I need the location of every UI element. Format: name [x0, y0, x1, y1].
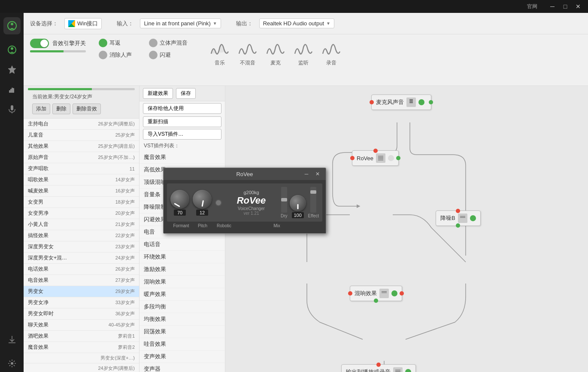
save-effect-button[interactable]: 保存	[176, 88, 196, 99]
output-node-status	[405, 369, 411, 372]
rovee-close-button[interactable]: ✕	[314, 170, 321, 178]
preset-item-21[interactable]: 男变女(深度+…)	[24, 353, 139, 363]
noise-cancel-dot	[99, 51, 107, 59]
preset-item-1[interactable]: 儿童音25岁女声	[24, 130, 139, 141]
mix-knob[interactable]	[290, 195, 306, 211]
sidebar-logo[interactable]	[3, 17, 21, 34]
preset-item-2[interactable]: 其他效果25岁女声(调音后)	[24, 141, 139, 152]
close-button[interactable]: ✕	[572, 0, 585, 13]
mix-node[interactable]: 混响效果	[350, 286, 402, 301]
rovee-titlebar: RoVee ─ ✕	[164, 168, 326, 180]
noise-cancel-toggle[interactable]: 消除人声	[99, 51, 132, 59]
svg-point-1	[11, 23, 13, 25]
preset-item-18[interactable]: 聊天效果40-45岁女声	[24, 320, 139, 331]
effect-slider[interactable]	[310, 187, 316, 213]
effect-item-17[interactable]: 变声器	[139, 363, 225, 372]
maximize-button[interactable]: □	[559, 0, 572, 13]
stereo-mix-toggle[interactable]: 立体声混音	[149, 39, 188, 47]
svg-rect-14	[409, 101, 413, 101]
new-effect-button[interactable]: 新建效果	[143, 88, 173, 99]
mix-node-status	[391, 290, 397, 296]
rovee-minimize-button[interactable]: ─	[303, 170, 310, 178]
effect-item-16[interactable]: 变声效果	[139, 351, 225, 363]
svg-rect-13	[409, 99, 413, 100]
formant-knob[interactable]	[170, 190, 189, 209]
effect-item-12[interactable]: 多段均衡	[139, 301, 225, 313]
monitor-music[interactable]: 音乐	[209, 39, 230, 67]
preset-item-10[interactable]: 搞怪效果22岁女声	[24, 230, 139, 241]
mic-node[interactable]: 麦克风声音	[371, 95, 431, 110]
rovee-node[interactable]: RoVee	[352, 150, 399, 166]
sidebar-item-star[interactable]	[3, 61, 21, 78]
effect-item-8[interactable]: 环绕效果	[139, 251, 225, 263]
delete-preset-button[interactable]: 删除	[52, 104, 70, 114]
monitor-mic[interactable]: 麦克	[265, 39, 286, 67]
sidebar-item-effects[interactable]	[3, 41, 21, 58]
preset-item-13[interactable]: 电话效果26岁女声	[24, 264, 139, 275]
save-share-button[interactable]: 保存给他人使用	[143, 103, 221, 114]
preset-item-22[interactable]: 24岁女声(调整后)	[24, 363, 139, 372]
preset-item-17[interactable]: 男变女即时36岁女声	[24, 308, 139, 320]
effect-toggle-label: 音效引擎开关	[52, 40, 86, 47]
dry-slider[interactable]	[281, 187, 287, 213]
monitor-nomix[interactable]: 不混音	[237, 39, 258, 67]
effect-item-13[interactable]: 均衡效果	[139, 313, 225, 326]
mic-node-icon	[406, 98, 416, 107]
delete-effect-button[interactable]: 删除音效	[73, 104, 101, 114]
monitor-record[interactable]: 录音	[321, 39, 342, 67]
effect-item-0[interactable]: 魔音效果	[139, 151, 225, 164]
preset-item-4[interactable]: 变声唱歌11	[24, 163, 139, 174]
preset-item-3[interactable]: 原始声音25岁女声(不加…)	[24, 152, 139, 163]
output-selector[interactable]: Realtek HD Audio output ▼	[259, 18, 334, 28]
sidebar-item-settings[interactable]	[3, 355, 21, 372]
import-vst-button[interactable]: 导入VST插件…	[143, 129, 221, 140]
effect-item-7[interactable]: 电话音	[139, 238, 225, 251]
rovee-version: ver 1.21	[227, 211, 275, 216]
effect-item-11[interactable]: 暖声效果	[139, 288, 225, 301]
output-node-label: 输出到播放或录音	[346, 368, 391, 372]
preset-item-9[interactable]: 小黄人音21岁女声	[24, 219, 139, 230]
noise-b-node[interactable]: 降噪B	[436, 210, 481, 226]
effect-item-14[interactable]: 回荡效果	[139, 326, 225, 338]
sidebar-item-download[interactable]	[3, 331, 21, 348]
effect-item-15[interactable]: 哇音效果	[139, 338, 225, 351]
audio-controls: 音效引擎开关 耳返 消除人声 立体声混音 闪避	[24, 34, 588, 86]
preset-item-19[interactable]: 酒吧效果萝莉音1	[24, 331, 139, 342]
dry-effect-sliders: Dry 100 Effect	[281, 187, 319, 218]
add-preset-button[interactable]: 添加	[32, 104, 50, 114]
preset-item-5[interactable]: 唱歌效果14岁女声	[24, 174, 139, 186]
preset-item-7[interactable]: 女变男18岁女声	[24, 197, 139, 208]
preset-item-16[interactable]: 男变女净33岁女声	[24, 297, 139, 308]
minimize-button[interactable]: ─	[546, 0, 559, 13]
device-selector[interactable]: Win接口	[64, 18, 102, 29]
sidebar-item-mic[interactable]	[3, 101, 21, 118]
preset-item-15[interactable]: 男变女29岁女声	[24, 286, 139, 297]
preset-item-0[interactable]: 主持电台26岁女声(调整后)	[24, 119, 139, 130]
preset-item-14[interactable]: 电音效果27岁女声	[24, 275, 139, 286]
preset-item-11[interactable]: 深度男变女23岁女声	[24, 241, 139, 253]
input-selector[interactable]: Line in at front panel (Pink) ▼	[140, 18, 221, 28]
svg-rect-26	[382, 293, 387, 293]
titlebar: 官网 ─ □ ✕	[0, 0, 588, 13]
svg-rect-5	[10, 89, 12, 93]
effect-engine-toggle[interactable]: 音效引擎开关	[30, 39, 86, 48]
preset-item-20[interactable]: 魔音效果萝莉音2	[24, 342, 139, 353]
earback-dot	[99, 39, 107, 47]
robotic-toggle[interactable]	[215, 199, 222, 206]
preset-item-12[interactable]: 深度男变女+混…24岁女声	[24, 253, 139, 264]
mic-port-right	[429, 100, 433, 104]
effect-item-9[interactable]: 激励效果	[139, 263, 225, 276]
earback-toggle[interactable]: 耳返	[99, 39, 132, 47]
effect-toggle-track[interactable]	[30, 39, 49, 48]
sidebar-item-hand[interactable]	[3, 81, 21, 98]
preset-item-6[interactable]: 喊麦效果16岁女声	[24, 186, 139, 197]
effect-item-10[interactable]: 混响效果	[139, 276, 225, 288]
output-label: 输出：	[236, 20, 253, 27]
dodge-toggle[interactable]: 闪避	[149, 51, 188, 59]
pitch-knob[interactable]	[193, 190, 212, 209]
rescan-button[interactable]: 重新扫描	[143, 116, 221, 127]
monitor-listen[interactable]: 监听	[293, 39, 314, 67]
output-node[interactable]: 输出到播放或录音	[341, 364, 416, 372]
preset-item-8[interactable]: 女变男净20岁女声	[24, 208, 139, 219]
official-site-link[interactable]: 官网	[527, 3, 537, 10]
